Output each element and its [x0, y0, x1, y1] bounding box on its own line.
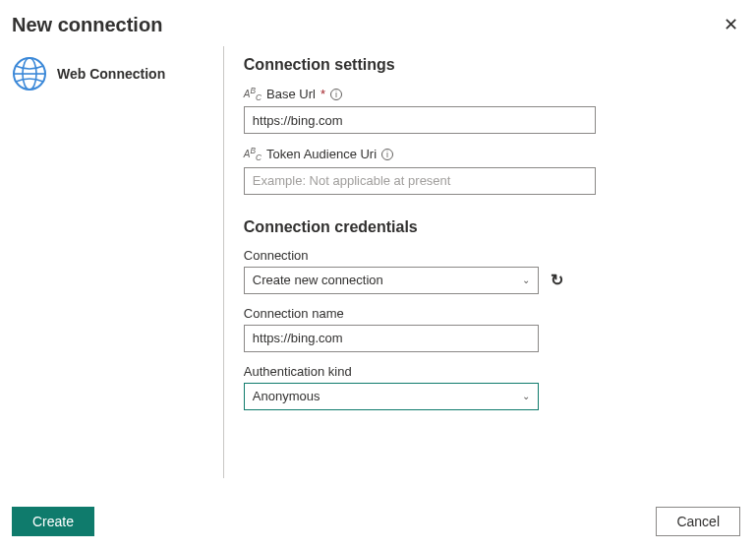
connection-name-input[interactable]	[244, 325, 539, 352]
close-icon[interactable]: ✕	[722, 14, 740, 35]
cancel-button[interactable]: Cancel	[656, 507, 740, 536]
text-type-icon: ABC	[244, 86, 262, 102]
create-button[interactable]: Create	[12, 507, 94, 536]
token-audience-input[interactable]	[244, 167, 596, 195]
connection-select[interactable]: Create new connection ⌄	[244, 267, 539, 294]
auth-kind-label: Authentication kind	[244, 364, 699, 379]
chevron-down-icon: ⌄	[522, 391, 530, 401]
token-audience-label: Token Audience Uri	[266, 147, 377, 161]
connection-name-label: Connection name	[244, 306, 699, 321]
connection-type-item[interactable]: Web Connection	[12, 56, 223, 92]
refresh-icon[interactable]: ↻	[551, 271, 563, 289]
section-title-settings: Connection settings	[244, 56, 699, 74]
auth-kind-select[interactable]: Anonymous ⌄	[244, 383, 539, 410]
page-title: New connection	[12, 14, 162, 36]
globe-icon	[12, 56, 47, 92]
connection-label: Connection	[244, 248, 699, 263]
info-icon[interactable]: i	[330, 89, 342, 100]
info-icon[interactable]: i	[381, 149, 393, 160]
base-url-input[interactable]	[244, 106, 596, 134]
connection-type-label: Web Connection	[57, 66, 165, 82]
chevron-down-icon: ⌄	[522, 275, 530, 285]
base-url-label: Base Url	[266, 87, 316, 101]
text-type-icon: ABC	[244, 146, 262, 162]
section-title-credentials: Connection credentials	[244, 218, 699, 236]
required-marker: *	[320, 87, 325, 101]
auth-kind-select-value: Anonymous	[253, 389, 320, 403]
connection-select-value: Create new connection	[253, 273, 383, 287]
